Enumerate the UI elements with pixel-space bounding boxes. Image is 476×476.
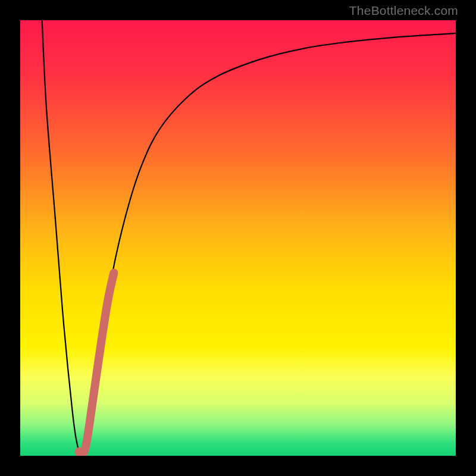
chart-frame: TheBottleneck.com bbox=[0, 0, 476, 476]
plot-area bbox=[20, 20, 456, 456]
highlighted-segment bbox=[79, 273, 114, 456]
bottleneck-curve bbox=[42, 20, 456, 456]
curve-layer bbox=[20, 20, 456, 456]
watermark-text: TheBottleneck.com bbox=[349, 4, 458, 18]
